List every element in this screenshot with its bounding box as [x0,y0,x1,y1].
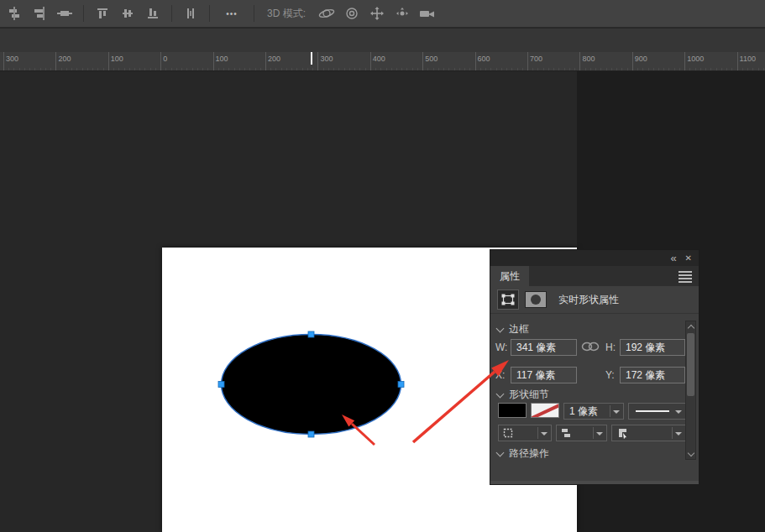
ellipsis-icon: ••• [226,9,238,18]
3d-orbit-icon[interactable] [316,3,338,23]
solid-line-icon [636,410,669,412]
ruler-tick-label: 200 [268,55,280,63]
height-field[interactable] [620,339,685,356]
chevron-down-icon [613,410,620,414]
fill-color-swatch[interactable] [498,403,527,418]
distribute-horizontal-spacing-icon[interactable] [180,3,202,23]
section-bounds-label: 边框 [509,322,529,336]
chevron-down-icon [596,432,603,436]
anchor-top[interactable] [308,331,314,337]
ruler-tick-label: 900 [635,55,647,63]
ruler-major-tick [160,52,161,71]
3d-pan-icon[interactable] [366,3,388,23]
x-label: X: [495,369,505,381]
panel-shape-header-row: 实时形状属性 [490,286,699,314]
scroll-up-icon[interactable] [688,325,694,331]
toolbar-separator [83,5,84,22]
chevron-down-icon [496,324,505,332]
chevron-down-icon [541,432,548,436]
transform-box-icon [501,294,515,305]
anchor-left[interactable] [218,382,224,388]
ruler-tick-label: 200 [58,55,71,63]
stroke-style-dropdown[interactable] [628,403,686,420]
anchor-right[interactable] [398,382,404,388]
ruler-major-tick [213,52,214,71]
ruler-tick-label: 1100 [740,55,756,63]
chevron-down-icon [675,432,682,436]
align-bottom-edges-icon[interactable] [142,3,164,23]
ruler-major-tick [475,52,476,71]
align-horizontal-centers-icon[interactable] [54,3,76,23]
live-shape-properties-button[interactable] [497,289,519,310]
ruler-major-tick [370,52,371,71]
options-toolbar: ••• 3D 模式: [0,0,765,28]
y-label: Y: [605,369,615,381]
ruler-major-tick [422,52,423,71]
stroke-caps-dropdown[interactable] [556,425,607,441]
3d-roll-icon[interactable] [341,3,363,23]
y-field[interactable] [620,367,685,383]
ruler-tick-label: 0 [163,55,167,63]
stroke-color-swatch[interactable] [531,403,559,418]
close-panel-icon[interactable]: ✕ [685,254,692,263]
chevron-down-icon [496,389,505,398]
stroke-width-value: 1 像素 [569,404,598,419]
stroke-align-dropdown[interactable] [498,425,552,441]
ruler-tick-label: 500 [425,55,438,63]
toolbar-gap [0,29,765,52]
ellipse-shape[interactable] [222,335,401,435]
ruler-tick-label: 300 [320,55,333,63]
collapse-panel-icon[interactable]: « [670,254,676,263]
panel-scrollbar[interactable] [685,321,696,460]
ruler-major-tick [632,52,633,71]
ruler-major-tick [108,52,109,71]
scrollbar-thumb[interactable] [687,333,694,396]
toolbar-separator [254,5,254,22]
ruler-tick-label: 100 [216,55,228,63]
ruler-tick-label: 700 [530,55,542,63]
ruler-major-tick [579,52,580,71]
ruler-tick-label: 400 [373,55,385,63]
panel-resize-strip[interactable] [490,481,699,484]
3d-camera-icon[interactable] [417,3,438,23]
panel-menu-icon[interactable] [679,271,692,281]
ruler-cursor-marker [311,52,312,65]
ruler-tick-label: 600 [478,55,490,63]
chevron-down-icon [496,448,505,456]
panel-titlebar: « ✕ [490,250,699,266]
width-field[interactable] [511,339,577,356]
ruler-major-tick [527,52,528,71]
stroke-corners-dropdown[interactable] [611,425,686,441]
ruler-major-tick [737,52,738,71]
chevron-down-icon [675,410,682,414]
photoshop-window: ••• 3D 模式: 30020010001002003004005006007… [0,0,765,532]
section-path-operations-label: 路径操作 [509,446,549,461]
x-field[interactable] [511,367,577,383]
ruler-major-tick [55,52,56,71]
more-options-button[interactable]: ••• [217,3,246,23]
panel-tab-bar: 属性 [490,266,699,286]
distribute-vertical-centers-icon[interactable] [3,3,25,23]
ruler-tick-label: 100 [111,55,123,63]
section-shape-details-label: 形状细节 [509,388,549,402]
stroke-width-dropdown[interactable]: 1 像素 [563,403,624,420]
ruler-major-tick [3,52,4,71]
ruler[interactable]: 3002001000100200300400500600700800900100… [0,52,765,71]
align-top-edges-icon[interactable] [92,3,113,23]
shape-type-title: 实时形状属性 [558,293,619,307]
mask-thumbnail-button[interactable] [525,291,547,308]
link-dimensions-icon[interactable] [581,341,600,352]
section-path-operations[interactable]: 路径操作 [497,446,549,461]
3d-mode-label: 3D 模式: [267,7,306,21]
distribute-right-edges-icon[interactable] [29,3,50,23]
ruler-major-tick [317,52,318,71]
scroll-down-icon[interactable] [688,450,694,456]
stroke-corners-icon [617,427,629,439]
3d-slide-icon[interactable] [391,3,413,23]
tab-properties[interactable]: 属性 [490,266,529,286]
section-bounds[interactable]: 边框 [497,322,529,336]
align-vertical-centers-icon[interactable] [117,3,139,23]
section-shape-details[interactable]: 形状细节 [497,388,549,402]
anchor-bottom[interactable] [308,431,314,437]
w-label: W: [495,342,507,353]
